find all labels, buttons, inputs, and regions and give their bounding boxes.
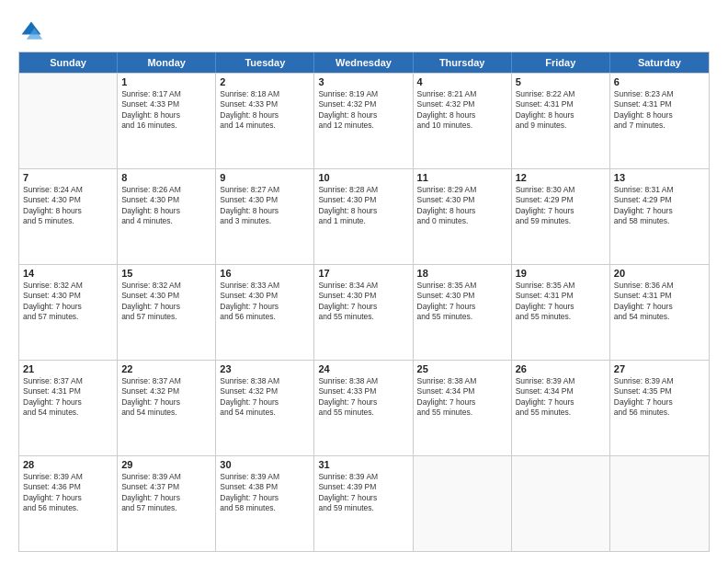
day-number: 2 — [220, 76, 310, 87]
calendar-cell: 8Sunrise: 8:26 AM Sunset: 4:30 PM Daylig… — [118, 169, 216, 264]
weekday-header: Sunday — [19, 52, 118, 73]
day-number: 5 — [516, 76, 606, 87]
day-info: Sunrise: 8:32 AM Sunset: 4:30 PM Dayligh… — [23, 281, 113, 323]
calendar-cell: 17Sunrise: 8:34 AM Sunset: 4:30 PM Dayli… — [314, 265, 413, 360]
calendar-cell: 5Sunrise: 8:22 AM Sunset: 4:31 PM Daylig… — [512, 74, 610, 168]
day-info: Sunrise: 8:21 AM Sunset: 4:32 PM Dayligh… — [417, 89, 507, 132]
weekday-header: Saturday — [610, 52, 709, 73]
logo — [18, 18, 48, 44]
calendar-cell: 22Sunrise: 8:37 AM Sunset: 4:32 PM Dayli… — [118, 361, 216, 455]
weekday-header: Monday — [118, 52, 216, 73]
calendar-cell: 21Sunrise: 8:37 AM Sunset: 4:31 PM Dayli… — [19, 361, 118, 455]
day-info: Sunrise: 8:19 AM Sunset: 4:32 PM Dayligh… — [318, 89, 408, 132]
day-number: 8 — [121, 172, 211, 183]
day-number: 16 — [220, 268, 310, 279]
day-info: Sunrise: 8:32 AM Sunset: 4:30 PM Dayligh… — [121, 281, 211, 323]
calendar-cell — [19, 74, 118, 168]
calendar-row: 1Sunrise: 8:17 AM Sunset: 4:33 PM Daylig… — [19, 73, 709, 168]
calendar-cell: 4Sunrise: 8:21 AM Sunset: 4:32 PM Daylig… — [414, 74, 512, 168]
calendar-cell: 13Sunrise: 8:31 AM Sunset: 4:29 PM Dayli… — [610, 169, 709, 264]
day-number: 25 — [417, 363, 507, 374]
day-info: Sunrise: 8:39 AM Sunset: 4:38 PM Dayligh… — [220, 472, 310, 514]
calendar-cell: 24Sunrise: 8:38 AM Sunset: 4:33 PM Dayli… — [314, 361, 413, 455]
calendar-cell: 29Sunrise: 8:39 AM Sunset: 4:37 PM Dayli… — [118, 456, 216, 551]
calendar-row: 28Sunrise: 8:39 AM Sunset: 4:36 PM Dayli… — [19, 455, 709, 551]
day-info: Sunrise: 8:29 AM Sunset: 4:30 PM Dayligh… — [417, 185, 507, 227]
day-info: Sunrise: 8:22 AM Sunset: 4:31 PM Dayligh… — [516, 89, 606, 132]
day-info: Sunrise: 8:38 AM Sunset: 4:32 PM Dayligh… — [220, 376, 310, 419]
day-number: 28 — [23, 459, 113, 470]
calendar-cell: 2Sunrise: 8:18 AM Sunset: 4:33 PM Daylig… — [216, 74, 314, 168]
day-info: Sunrise: 8:34 AM Sunset: 4:30 PM Dayligh… — [318, 281, 408, 323]
day-number: 29 — [121, 459, 211, 470]
day-info: Sunrise: 8:17 AM Sunset: 4:33 PM Dayligh… — [121, 89, 211, 132]
header — [18, 15, 710, 44]
calendar-cell: 16Sunrise: 8:33 AM Sunset: 4:30 PM Dayli… — [216, 265, 314, 360]
calendar-cell: 25Sunrise: 8:38 AM Sunset: 4:34 PM Dayli… — [414, 361, 512, 455]
calendar-cell: 7Sunrise: 8:24 AM Sunset: 4:30 PM Daylig… — [19, 169, 118, 264]
day-number: 3 — [318, 76, 408, 87]
day-number: 31 — [318, 459, 408, 470]
calendar-cell: 6Sunrise: 8:23 AM Sunset: 4:31 PM Daylig… — [610, 74, 709, 168]
calendar-cell: 23Sunrise: 8:38 AM Sunset: 4:32 PM Dayli… — [216, 361, 314, 455]
day-number: 17 — [318, 268, 408, 279]
day-info: Sunrise: 8:37 AM Sunset: 4:32 PM Dayligh… — [121, 376, 211, 419]
calendar-cell: 10Sunrise: 8:28 AM Sunset: 4:30 PM Dayli… — [314, 169, 413, 264]
day-info: Sunrise: 8:30 AM Sunset: 4:29 PM Dayligh… — [516, 185, 606, 227]
day-info: Sunrise: 8:23 AM Sunset: 4:31 PM Dayligh… — [614, 89, 705, 132]
day-info: Sunrise: 8:27 AM Sunset: 4:30 PM Dayligh… — [220, 185, 310, 227]
calendar-row: 14Sunrise: 8:32 AM Sunset: 4:30 PM Dayli… — [19, 264, 709, 360]
day-info: Sunrise: 8:28 AM Sunset: 4:30 PM Dayligh… — [318, 185, 408, 227]
logo-icon — [18, 18, 44, 44]
day-info: Sunrise: 8:31 AM Sunset: 4:29 PM Dayligh… — [614, 185, 705, 227]
calendar-cell: 3Sunrise: 8:19 AM Sunset: 4:32 PM Daylig… — [314, 74, 413, 168]
day-info: Sunrise: 8:36 AM Sunset: 4:31 PM Dayligh… — [614, 281, 705, 323]
calendar-cell: 18Sunrise: 8:35 AM Sunset: 4:30 PM Dayli… — [414, 265, 512, 360]
day-number: 12 — [516, 172, 606, 183]
day-info: Sunrise: 8:35 AM Sunset: 4:30 PM Dayligh… — [417, 281, 507, 323]
day-info: Sunrise: 8:39 AM Sunset: 4:39 PM Dayligh… — [318, 472, 408, 514]
calendar-header: SundayMondayTuesdayWednesdayThursdayFrid… — [19, 52, 709, 73]
day-info: Sunrise: 8:38 AM Sunset: 4:33 PM Dayligh… — [318, 376, 408, 419]
day-number: 13 — [614, 172, 705, 183]
calendar-cell: 20Sunrise: 8:36 AM Sunset: 4:31 PM Dayli… — [610, 265, 709, 360]
calendar-row: 21Sunrise: 8:37 AM Sunset: 4:31 PM Dayli… — [19, 360, 709, 455]
page: SundayMondayTuesdayWednesdayThursdayFrid… — [0, 0, 728, 563]
calendar-cell — [512, 456, 610, 551]
calendar: SundayMondayTuesdayWednesdayThursdayFrid… — [18, 52, 710, 552]
day-info: Sunrise: 8:33 AM Sunset: 4:30 PM Dayligh… — [220, 281, 310, 323]
day-info: Sunrise: 8:38 AM Sunset: 4:34 PM Dayligh… — [417, 376, 507, 419]
weekday-header: Friday — [512, 52, 610, 73]
day-number: 27 — [614, 363, 705, 374]
day-info: Sunrise: 8:39 AM Sunset: 4:36 PM Dayligh… — [23, 472, 113, 514]
calendar-cell: 19Sunrise: 8:35 AM Sunset: 4:31 PM Dayli… — [512, 265, 610, 360]
day-number: 21 — [23, 363, 113, 374]
weekday-header: Tuesday — [216, 52, 314, 73]
day-number: 11 — [417, 172, 507, 183]
day-info: Sunrise: 8:18 AM Sunset: 4:33 PM Dayligh… — [220, 89, 310, 132]
day-number: 23 — [220, 363, 310, 374]
day-number: 10 — [318, 172, 408, 183]
day-info: Sunrise: 8:39 AM Sunset: 4:34 PM Dayligh… — [516, 376, 606, 419]
day-info: Sunrise: 8:37 AM Sunset: 4:31 PM Dayligh… — [23, 376, 113, 419]
weekday-header: Thursday — [414, 52, 512, 73]
day-number: 20 — [614, 268, 705, 279]
calendar-cell: 27Sunrise: 8:39 AM Sunset: 4:35 PM Dayli… — [610, 361, 709, 455]
weekday-header: Wednesday — [314, 52, 413, 73]
day-number: 18 — [417, 268, 507, 279]
calendar-cell: 11Sunrise: 8:29 AM Sunset: 4:30 PM Dayli… — [414, 169, 512, 264]
calendar-body: 1Sunrise: 8:17 AM Sunset: 4:33 PM Daylig… — [19, 73, 709, 551]
calendar-cell: 31Sunrise: 8:39 AM Sunset: 4:39 PM Dayli… — [314, 456, 413, 551]
day-number: 9 — [220, 172, 310, 183]
day-number: 24 — [318, 363, 408, 374]
calendar-cell: 28Sunrise: 8:39 AM Sunset: 4:36 PM Dayli… — [19, 456, 118, 551]
day-number: 19 — [516, 268, 606, 279]
day-info: Sunrise: 8:35 AM Sunset: 4:31 PM Dayligh… — [516, 281, 606, 323]
calendar-cell: 15Sunrise: 8:32 AM Sunset: 4:30 PM Dayli… — [118, 265, 216, 360]
calendar-cell: 12Sunrise: 8:30 AM Sunset: 4:29 PM Dayli… — [512, 169, 610, 264]
calendar-row: 7Sunrise: 8:24 AM Sunset: 4:30 PM Daylig… — [19, 168, 709, 264]
day-number: 30 — [220, 459, 310, 470]
day-number: 15 — [121, 268, 211, 279]
day-info: Sunrise: 8:39 AM Sunset: 4:35 PM Dayligh… — [614, 376, 705, 419]
day-info: Sunrise: 8:39 AM Sunset: 4:37 PM Dayligh… — [121, 472, 211, 514]
